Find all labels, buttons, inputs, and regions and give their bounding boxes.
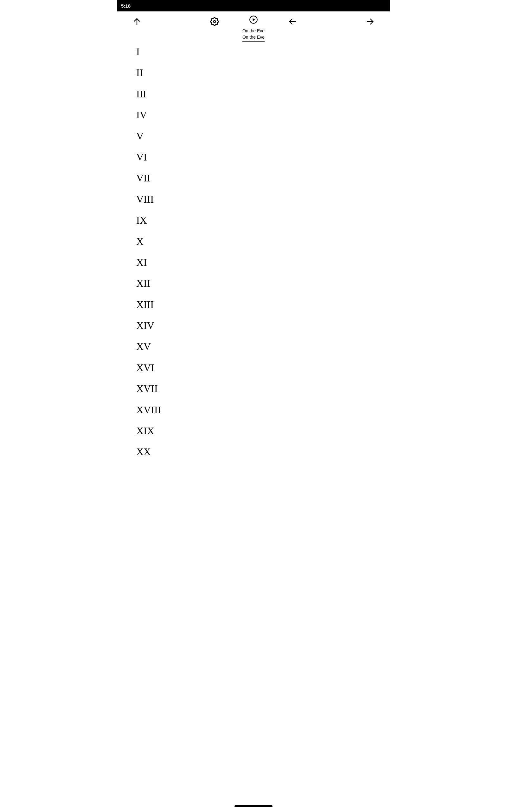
chapter-item[interactable]: VII bbox=[136, 167, 371, 189]
status-bar-left: 5:18 bbox=[121, 3, 161, 9]
chapter-item[interactable]: XIII bbox=[136, 294, 371, 315]
back-button[interactable] bbox=[285, 14, 299, 29]
play-icon bbox=[249, 15, 258, 24]
chapter-list: IIIIIIIVVVIVIIVIIIIXXXIXIIXIIIXIVXVXVIXV… bbox=[136, 41, 371, 462]
play-button[interactable] bbox=[246, 13, 261, 27]
toolbar-title-sub: On the Eve bbox=[242, 34, 265, 42]
chapter-item[interactable]: XI bbox=[136, 252, 371, 273]
chapter-item[interactable]: XIV bbox=[136, 315, 371, 336]
chapter-item[interactable]: XVII bbox=[136, 378, 371, 399]
toolbar-title-main: On the Eve bbox=[242, 28, 265, 34]
svg-marker-7 bbox=[253, 18, 255, 21]
svg-rect-0 bbox=[373, 7, 374, 8]
forward-button[interactable] bbox=[363, 14, 377, 29]
chapter-item[interactable]: XVIII bbox=[136, 399, 371, 420]
status-bar-right bbox=[365, 3, 386, 9]
svg-rect-1 bbox=[374, 6, 375, 8]
chapter-item[interactable]: I bbox=[136, 41, 371, 62]
chapter-item[interactable]: V bbox=[136, 125, 371, 147]
status-time: 5:18 bbox=[121, 3, 130, 9]
status-bar: 5:18 bbox=[117, 0, 390, 11]
notification-icon bbox=[132, 3, 138, 9]
svg-rect-2 bbox=[376, 5, 377, 8]
content-area: IIIIIIIVVVIVIIVIIIIXXXIXIIXIIIXIVXVXVIXV… bbox=[117, 29, 390, 481]
chapter-item[interactable]: XX bbox=[136, 441, 371, 462]
gear-icon bbox=[210, 17, 219, 26]
chapter-item[interactable]: X bbox=[136, 231, 371, 252]
settings-button[interactable] bbox=[208, 14, 222, 29]
signal-icon bbox=[373, 3, 378, 9]
headset-icon bbox=[148, 3, 153, 9]
chapter-item[interactable]: XII bbox=[136, 273, 371, 294]
svg-point-5 bbox=[214, 20, 216, 23]
toolbar: On the Eve On the Eve bbox=[117, 11, 390, 29]
chapter-item[interactable]: XIX bbox=[136, 420, 371, 441]
chapter-item[interactable]: XV bbox=[136, 336, 371, 357]
chapter-item[interactable]: II bbox=[136, 62, 371, 83]
chapter-item[interactable]: VI bbox=[136, 147, 371, 167]
chapter-item[interactable]: XVI bbox=[136, 357, 371, 378]
up-arrow-icon bbox=[132, 17, 141, 26]
forward-arrow-icon bbox=[366, 17, 375, 26]
wifi-icon bbox=[365, 3, 371, 9]
chapter-item[interactable]: VIII bbox=[136, 189, 371, 210]
chapter-item[interactable]: IV bbox=[136, 104, 371, 125]
up-button[interactable] bbox=[130, 14, 144, 29]
svg-rect-3 bbox=[377, 4, 378, 8]
back-arrow-icon bbox=[288, 17, 297, 26]
chapter-item[interactable]: III bbox=[136, 84, 371, 104]
battery-icon bbox=[380, 3, 386, 9]
sd-card-icon bbox=[155, 3, 161, 9]
toolbar-center: On the Eve On the Eve bbox=[242, 13, 265, 42]
chapter-item[interactable]: IX bbox=[136, 210, 371, 231]
cloud-icon bbox=[140, 3, 146, 9]
